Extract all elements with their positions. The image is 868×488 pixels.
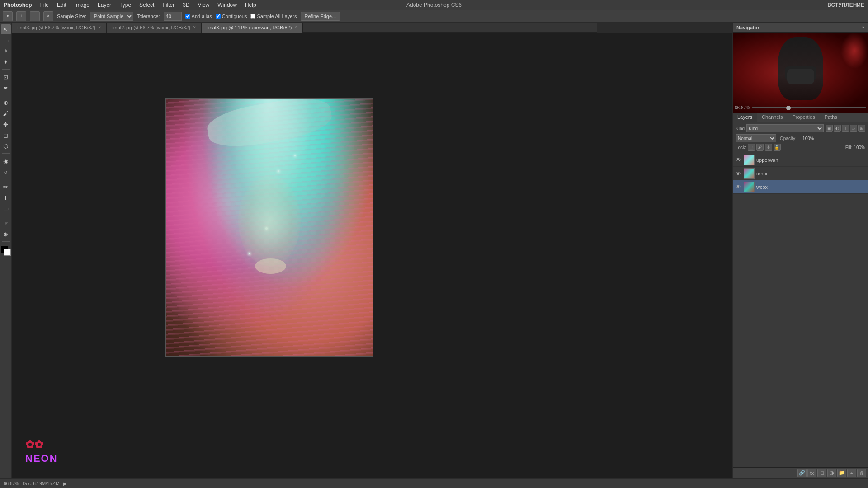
dodge-tool[interactable]: ○ <box>1 167 11 177</box>
pen-tool[interactable]: ✏ <box>1 182 11 192</box>
hand-tool[interactable]: ☞ <box>1 218 11 228</box>
navigator-header[interactable]: Navigator ▾ <box>733 23 868 33</box>
sample-size-select[interactable]: Point Sample <box>90 12 133 21</box>
layers-fx-button[interactable]: fx <box>807 469 816 477</box>
tab-2-close[interactable]: × <box>193 25 196 30</box>
eraser-tool[interactable]: ◻ <box>1 130 11 140</box>
status-doc-size: Doc: 6.19M/15.4M <box>23 481 60 486</box>
layers-filter-shape[interactable]: ▱ <box>850 125 857 132</box>
navigator-preview: 66.67% <box>733 33 868 113</box>
lasso-tool[interactable]: ⌖ <box>1 46 11 56</box>
tab-1-label: final3.jpg @ 66.7% (wcox, RGB/8#) <box>17 25 95 30</box>
layers-filter-type[interactable]: T <box>842 125 849 132</box>
menu-help[interactable]: Help <box>241 1 260 9</box>
menu-layer[interactable]: Layer <box>94 1 115 9</box>
tab-2[interactable]: final2.jpg @ 66.7% (wcox, RGB/8#) × <box>107 23 202 33</box>
eyedropper-tool[interactable]: ✒ <box>1 83 11 93</box>
menu-3d[interactable]: 3D <box>179 1 193 9</box>
tab-3[interactable]: final3.jpg @ 111% (uperwan, RGB/8#) × <box>202 23 303 33</box>
menu-file[interactable]: File <box>37 1 52 9</box>
heal-tool[interactable]: ⊕ <box>1 98 11 108</box>
contiguous-label[interactable]: Contiguous <box>216 14 247 19</box>
status-arrow[interactable]: ▶ <box>63 481 67 486</box>
zoom-tool[interactable]: ⊕ <box>1 229 11 239</box>
toolbar-sep-6 <box>2 241 10 242</box>
tab-3-close[interactable]: × <box>294 25 297 30</box>
layer-item-upperwan[interactable]: 👁 upperwan <box>733 153 868 167</box>
tool-icon-subtract[interactable]: − <box>30 11 40 21</box>
layer-thumb-upperwan <box>744 155 755 165</box>
layers-lock-transparent[interactable]: ⬚ <box>748 144 755 151</box>
refine-edge-button[interactable]: Refine Edge... <box>301 12 340 21</box>
menu-filter[interactable]: Filter <box>159 1 178 9</box>
layers-adj-button[interactable]: ◑ <box>827 469 836 477</box>
text-tool[interactable]: T <box>1 192 11 202</box>
tool-icon-intersect[interactable]: × <box>43 11 53 21</box>
blur-tool[interactable]: ◉ <box>1 156 11 166</box>
menu-type[interactable]: Type <box>116 1 135 9</box>
contiguous-checkbox[interactable] <box>216 14 221 19</box>
layers-filter-pixel[interactable]: ▣ <box>826 125 833 132</box>
layers-tab-paths[interactable]: Paths <box>820 113 842 122</box>
navigator-thumbnail <box>733 33 868 113</box>
shape-tool[interactable]: ▭ <box>1 203 11 213</box>
navigator-zoom-track[interactable] <box>752 107 866 108</box>
layers-tab-properties[interactable]: Properties <box>788 113 820 122</box>
magic-wand-tool[interactable]: ✦ <box>1 57 11 67</box>
layers-link-button[interactable]: 🔗 <box>797 469 807 477</box>
menu-select[interactable]: Select <box>136 1 158 9</box>
brush-tool[interactable]: 🖌 <box>1 108 11 118</box>
layer-visibility-upperwan[interactable]: 👁 <box>735 156 742 164</box>
layers-lock-pixels[interactable]: 🖌 <box>756 144 764 151</box>
toolbar-sep-2 <box>2 95 10 95</box>
layers-mask-button[interactable]: ◻ <box>817 469 826 477</box>
layers-lock-position[interactable]: ✛ <box>765 144 772 151</box>
menu-image[interactable]: Image <box>71 1 93 9</box>
left-toolbar: ↖ ▭ ⌖ ✦ ⊡ ✒ ⊕ 🖌 ✥ ◻ ⬡ ◉ ○ ✏ T ▭ ☞ ⊕ <box>0 23 12 478</box>
tab-3-label: final3.jpg @ 111% (uperwan, RGB/8#) <box>207 25 292 30</box>
menu-view[interactable]: View <box>194 1 213 9</box>
layers-kind-select[interactable]: Kind <box>746 124 824 132</box>
tolerance-input[interactable] <box>164 12 182 21</box>
fill-tool[interactable]: ⬡ <box>1 141 11 151</box>
layers-filter-adj[interactable]: ◐ <box>834 125 841 132</box>
menu-edit[interactable]: Edit <box>53 1 70 9</box>
layers-group-button[interactable]: 📁 <box>837 469 846 477</box>
navigator-zoom-thumb[interactable] <box>786 106 791 110</box>
layers-new-button[interactable]: + <box>847 469 856 477</box>
layer-item-crnpr[interactable]: 👁 crnpr <box>733 167 868 180</box>
layers-tab-channels[interactable]: Channels <box>757 113 788 122</box>
tab-1-close[interactable]: × <box>98 25 101 30</box>
layer-item-wcox[interactable]: 👁 wcox <box>733 180 868 194</box>
sample-all-label[interactable]: Sample All Layers <box>250 14 297 19</box>
layer-name-upperwan: upperwan <box>756 157 866 163</box>
layers-panel: Layers Channels Properties Paths Kind Ki… <box>733 113 868 478</box>
layers-tab-layers[interactable]: Layers <box>733 113 757 122</box>
sample-all-checkbox[interactable] <box>250 14 255 19</box>
options-bar: ✦ + − × Sample Size: Point Sample Tolera… <box>0 10 868 23</box>
color-swatches[interactable] <box>1 246 11 256</box>
layers-lock-all[interactable]: 🔒 <box>774 144 781 151</box>
toolbar-sep-4 <box>2 179 10 179</box>
layers-lock-label: Lock: <box>736 145 746 150</box>
layers-filter-smart[interactable]: ⊞ <box>858 125 865 132</box>
selection-tool[interactable]: ▭ <box>1 35 11 45</box>
clone-tool[interactable]: ✥ <box>1 119 11 129</box>
toolbar-sep-1 <box>2 69 10 70</box>
background-color[interactable] <box>4 249 11 256</box>
menu-window[interactable]: Window <box>214 1 241 9</box>
anti-alias-label[interactable]: Anti-alias <box>185 14 212 19</box>
stream-label-top: ВСТУПЛЕНИЕ <box>827 2 864 8</box>
layer-visibility-crnpr[interactable]: 👁 <box>735 170 742 177</box>
layers-fill-label: Fill: <box>845 145 853 150</box>
layer-visibility-wcox[interactable]: 👁 <box>735 183 742 191</box>
tool-icon-add[interactable]: + <box>16 11 26 21</box>
move-tool[interactable]: ↖ <box>1 24 11 34</box>
anti-alias-checkbox[interactable] <box>185 14 190 19</box>
navigator-collapse-icon[interactable]: ▾ <box>862 25 864 30</box>
crop-tool[interactable]: ⊡ <box>1 72 11 82</box>
tab-1[interactable]: final3.jpg @ 66.7% (wcox, RGB/8#) × <box>12 23 107 33</box>
layers-delete-button[interactable]: 🗑 <box>857 469 866 477</box>
tool-icon-magic-wand[interactable]: ✦ <box>3 11 13 21</box>
layers-blend-select[interactable]: Normal <box>736 134 776 142</box>
